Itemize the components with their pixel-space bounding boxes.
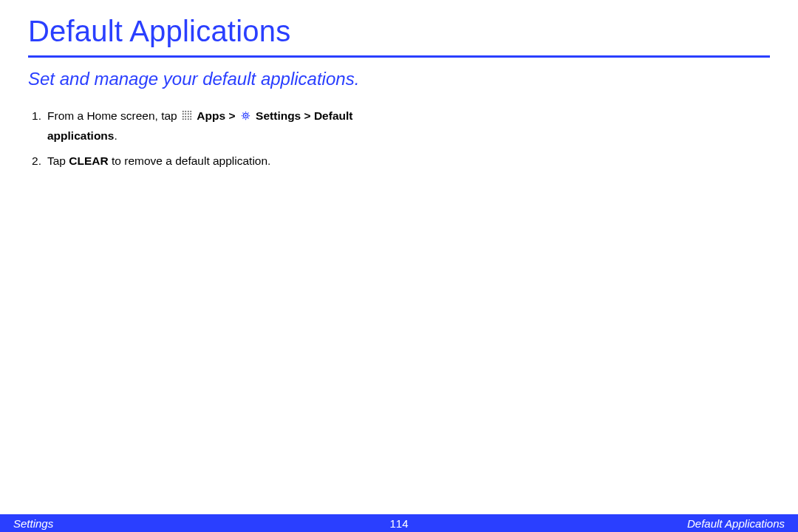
page-footer: Settings 114 Default Applications [0, 514, 798, 532]
step-text: Tap [47, 154, 69, 167]
step-text: to remove a default application. [109, 154, 271, 167]
manual-page: Default Applications Set and manage your… [0, 0, 798, 532]
page-number: 114 [389, 517, 408, 530]
step-body: Tap CLEAR to remove a default applicatio… [47, 152, 412, 171]
step-number: 1. [28, 107, 47, 146]
page-subtitle: Set and manage your default applications… [28, 68, 412, 91]
title-divider [28, 55, 770, 58]
step-1: 1. From a Home screen, tap Apps > Settin… [28, 107, 412, 146]
footer-left: Settings [13, 517, 53, 530]
step-body: From a Home screen, tap Apps > Settings … [47, 107, 412, 146]
apps-grid-icon [182, 110, 192, 120]
step-number: 2. [28, 152, 47, 171]
page-title: Default Applications [28, 15, 770, 55]
period: . [114, 129, 117, 142]
steps-list: 1. From a Home screen, tap Apps > Settin… [28, 107, 412, 171]
svg-point-1 [245, 115, 247, 117]
settings-gear-icon [240, 109, 251, 127]
footer-right: Default Applications [687, 517, 785, 530]
separator: > [301, 109, 314, 122]
settings-label: Settings [256, 109, 301, 122]
clear-label: CLEAR [69, 154, 108, 167]
step-text: From a Home screen, tap [47, 109, 180, 122]
separator: > [225, 109, 239, 122]
apps-label: Apps [197, 109, 225, 122]
step-2: 2. Tap CLEAR to remove a default applica… [28, 152, 412, 171]
